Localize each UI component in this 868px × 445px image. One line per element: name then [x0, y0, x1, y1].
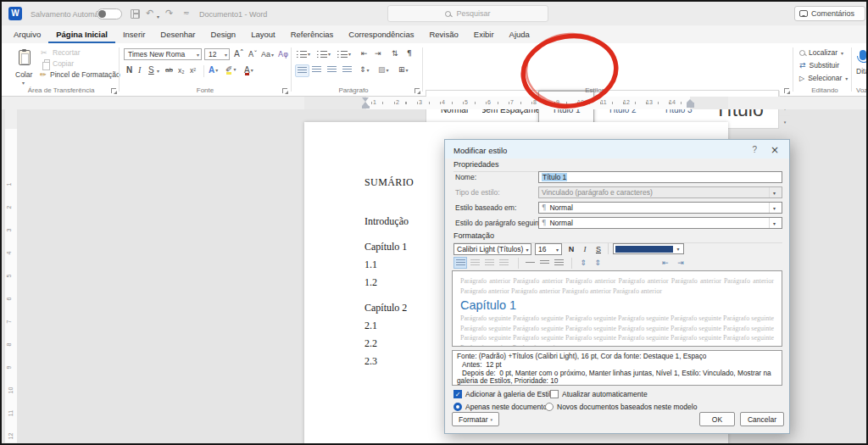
dialog-single-spacing-button[interactable]: [523, 257, 537, 269]
autosave-toggle[interactable]: [97, 8, 122, 19]
line-spacing-button[interactable]: ⇕▾: [359, 65, 370, 74]
select-button[interactable]: ▷ Selecionar ▾: [799, 74, 848, 82]
paste-icon[interactable]: [19, 50, 31, 65]
document-line[interactable]: 1.2: [364, 276, 414, 289]
more-commands-icon[interactable]: ≂: [183, 8, 190, 19]
font-family-combo[interactable]: Times New Roma ▾: [124, 48, 202, 60]
document-line[interactable]: Capítulo 1: [364, 241, 414, 253]
dialog-close-button[interactable]: ×: [771, 144, 779, 156]
dialog-align-justify-button[interactable]: [497, 257, 510, 269]
dictate-icon[interactable]: [860, 50, 866, 60]
menu-tab[interactable]: Correspondências: [341, 25, 421, 43]
show-marks-icon[interactable]: ¶: [407, 48, 412, 58]
menu-tab[interactable]: Layout: [243, 25, 283, 43]
highlight-color-icon[interactable]: ✐ ▾: [225, 64, 236, 75]
multilevel-list-button[interactable]: ▾: [337, 50, 351, 58]
shading-button[interactable]: ▨▾: [378, 65, 389, 74]
align-left-button[interactable]: [295, 64, 309, 77]
grow-font-icon[interactable]: Aˆ: [234, 49, 244, 59]
paste-button[interactable]: Colar: [15, 70, 32, 79]
dialog-double-spacing-button[interactable]: [552, 257, 565, 269]
sort-icon[interactable]: ⇅: [392, 48, 398, 58]
document-line[interactable]: 2.2: [364, 337, 414, 350]
align-right-button[interactable]: [327, 66, 337, 74]
style-name-input[interactable]: Título 1: [538, 171, 782, 183]
indent-markers[interactable]: [362, 97, 370, 108]
save-icon[interactable]: [131, 9, 140, 19]
dialog-bold-button[interactable]: N: [565, 243, 577, 255]
menu-tab[interactable]: Design: [203, 25, 244, 43]
search-box[interactable]: Pesquisar: [387, 5, 548, 22]
menu-tab[interactable]: Ajuda: [502, 25, 537, 43]
numbering-button[interactable]: ▾: [317, 50, 331, 58]
cut-button[interactable]: Recortar: [53, 48, 81, 57]
right-indent-marker[interactable]: [687, 103, 694, 108]
underline-button[interactable]: S: [148, 65, 154, 75]
only-this-document-radio[interactable]: Apenas neste documento: [453, 403, 547, 411]
add-to-gallery-checkbox[interactable]: ✓ Adicionar à galeria de Estilos: [453, 390, 559, 398]
dialog-decrease-indent-button[interactable]: ⇤: [659, 257, 672, 269]
copy-button[interactable]: Copiar: [53, 59, 74, 68]
font-size-combo[interactable]: 12 ▾: [204, 48, 230, 60]
dialog-underline-button[interactable]: S: [593, 243, 604, 255]
cancel-button[interactable]: Cancelar: [740, 412, 784, 426]
vertical-ruler[interactable]: 123456789101112: [5, 97, 17, 443]
comments-button[interactable]: Comentários: [794, 6, 865, 21]
increase-indent-icon[interactable]: ⇥: [375, 48, 381, 58]
align-center-button[interactable]: [312, 66, 321, 74]
font-color-icon[interactable]: A ▾: [244, 65, 253, 75]
decrease-indent-icon[interactable]: ⇤: [361, 48, 368, 58]
styles-dialog-launcher-icon[interactable]: [783, 87, 790, 94]
document-line[interactable]: Capítulo 2: [364, 302, 414, 314]
borders-button[interactable]: ⊞▾: [398, 65, 409, 74]
copy-icon[interactable]: [44, 59, 50, 66]
dictate-button[interactable]: Ditar: [856, 67, 868, 75]
gallery-expand-icon[interactable]: ▾: [780, 115, 790, 128]
increase-space-after-button[interactable]: ⇕: [591, 257, 604, 269]
format-painter-icon[interactable]: ✏: [40, 70, 47, 80]
strikethrough-button[interactable]: ab: [165, 65, 173, 75]
format-painter-button[interactable]: Pincel de Formatação: [50, 70, 120, 79]
bold-button[interactable]: N: [126, 65, 132, 75]
text-effects-icon[interactable]: A ▾: [209, 65, 218, 75]
clipboard-dialog-launcher-icon[interactable]: [110, 87, 117, 94]
document-line[interactable]: Introdução: [364, 215, 414, 228]
word-logo-icon[interactable]: W: [8, 7, 22, 20]
ok-button[interactable]: OK: [699, 412, 735, 426]
change-case-icon[interactable]: Aa: [261, 49, 270, 59]
dialog-font-size-combo[interactable]: 16 ▾: [535, 243, 562, 255]
dialog-font-color-picker[interactable]: ▾: [613, 243, 684, 254]
next-style-select[interactable]: ¶ Normal ▾: [538, 217, 782, 229]
dialog-italic-button[interactable]: I: [579, 243, 591, 255]
format-button[interactable]: Formatar ▾: [452, 412, 499, 426]
phonetic-guide-icon[interactable]: Aφ: [278, 49, 288, 59]
italic-button[interactable]: I: [138, 65, 141, 75]
increase-space-before-button[interactable]: ⇕: [576, 257, 590, 269]
dialog-1-5-spacing-button[interactable]: [537, 257, 551, 269]
auto-update-checkbox[interactable]: Atualizar automaticamente: [550, 390, 648, 398]
undo-icon[interactable]: ↶: [146, 8, 153, 19]
document-line[interactable]: 1.1: [364, 259, 414, 271]
undo-caret-icon[interactable]: ▾: [157, 11, 159, 22]
subscript-button[interactable]: x₂: [178, 65, 185, 75]
dialog-help-button[interactable]: ?: [752, 145, 757, 154]
dialog-align-center-button[interactable]: [468, 257, 481, 269]
based-on-select[interactable]: ¶ Normal ▾: [538, 202, 782, 214]
replace-button[interactable]: ⇄ Substituir: [799, 61, 839, 70]
bullets-button[interactable]: ▾: [297, 50, 310, 58]
find-button[interactable]: Localizar ▾: [799, 48, 843, 57]
horizontal-ruler[interactable]: 1234567891011121314: [2, 97, 866, 109]
document-line[interactable]: 2.3: [364, 355, 414, 368]
paragraph-dialog-launcher-icon[interactable]: [414, 87, 420, 94]
dialog-align-left-button[interactable]: [453, 257, 467, 269]
document-line[interactable]: SUMÁRIO: [364, 176, 414, 189]
menu-tab[interactable]: Arquivo: [6, 25, 48, 43]
superscript-button[interactable]: x²: [190, 65, 196, 75]
menu-tab[interactable]: Inserir: [115, 25, 153, 43]
paste-caret-icon[interactable]: ▾: [22, 80, 25, 86]
align-justify-button[interactable]: [342, 66, 352, 74]
dialog-font-family-combo[interactable]: Calibri Light (Títulos) ▾: [453, 243, 531, 255]
font-dialog-launcher-icon[interactable]: [281, 87, 288, 94]
menu-tab[interactable]: Exibir: [466, 25, 502, 43]
menu-tab[interactable]: Referências: [283, 25, 342, 43]
